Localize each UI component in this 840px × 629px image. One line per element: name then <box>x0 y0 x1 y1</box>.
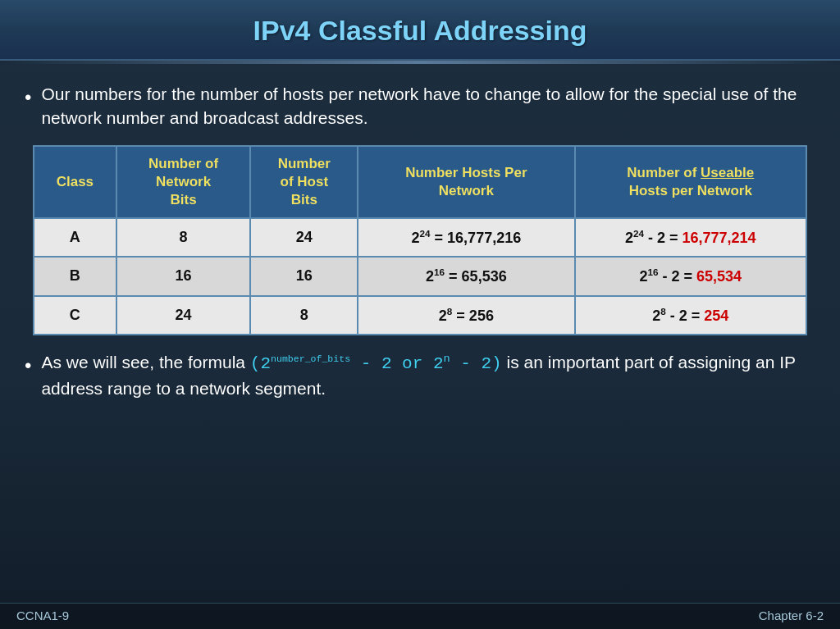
highlight-useable-b: 65,534 <box>696 268 742 285</box>
col-header-class: Class <box>34 146 116 218</box>
bullet-dot-2: • <box>25 352 31 380</box>
cell-useable-a: 224 - 2 = 16,777,214 <box>575 218 806 257</box>
title-bar: IPv4 Classful Addressing <box>0 0 840 61</box>
cell-host-bits-a: 24 <box>250 218 358 257</box>
highlight-useable-a: 16,777,214 <box>682 230 756 246</box>
cell-network-bits-a: 8 <box>116 218 251 257</box>
header-row: Class Number ofNetworkBits Numberof Host… <box>34 146 806 218</box>
cell-host-bits-b: 16 <box>250 257 358 295</box>
slide-title: IPv4 Classful Addressing <box>25 15 815 47</box>
bullet-text-1: Our numbers for the number of hosts per … <box>41 82 815 130</box>
bullet-dot-1: • <box>25 84 31 112</box>
slide-footer: CCNA1-9 Chapter 6-2 <box>0 603 840 629</box>
cell-class-b: B <box>34 257 116 295</box>
cell-hosts-b: 216 = 65,536 <box>358 257 574 295</box>
cell-hosts-c: 28 = 256 <box>358 296 574 335</box>
slide: IPv4 Classful Addressing • Our numbers f… <box>0 0 840 629</box>
bullet-item-1: • Our numbers for the number of hosts pe… <box>25 82 815 130</box>
cell-useable-c: 28 - 2 = 254 <box>575 296 806 335</box>
classful-table-container: Class Number ofNetworkBits Numberof Host… <box>33 145 807 335</box>
table-row-c: C 24 8 28 = 256 28 - 2 = 254 <box>34 296 806 335</box>
table-body: A 8 24 224 = 16,777,216 224 - 2 = 16,777… <box>34 218 806 335</box>
cell-class-c: C <box>34 296 116 335</box>
col-header-host-bits: Numberof HostBits <box>250 146 358 218</box>
classful-table: Class Number ofNetworkBits Numberof Host… <box>33 145 807 335</box>
col-header-network-bits: Number ofNetworkBits <box>116 146 251 218</box>
cell-hosts-a: 224 = 16,777,216 <box>358 218 574 257</box>
bullet-text-2: As we will see, the formula (2number_of_… <box>41 350 815 400</box>
col-header-useable-hosts: Number of UseableHosts per Network <box>575 146 806 218</box>
cell-useable-b: 216 - 2 = 65,534 <box>575 257 806 295</box>
col-header-hosts-per-network: Number Hosts PerNetwork <box>358 146 574 218</box>
bullet-item-2: • As we will see, the formula (2number_o… <box>25 350 815 400</box>
slide-content: • Our numbers for the number of hosts pe… <box>0 64 840 603</box>
table-header: Class Number ofNetworkBits Numberof Host… <box>34 146 806 218</box>
footer-left: CCNA1-9 <box>16 608 69 622</box>
table-row-a: A 8 24 224 = 16,777,216 224 - 2 = 16,777… <box>34 218 806 257</box>
cell-network-bits-b: 16 <box>116 257 251 295</box>
cell-host-bits-c: 8 <box>250 296 358 335</box>
footer-right: Chapter 6-2 <box>759 608 824 622</box>
cell-class-a: A <box>34 218 116 257</box>
formula-span: (2number_of_bits - 2 or 2n - 2) <box>250 354 502 373</box>
table-row-b: B 16 16 216 = 65,536 216 - 2 = 65,534 <box>34 257 806 295</box>
cell-network-bits-c: 24 <box>116 296 251 335</box>
highlight-useable-c: 254 <box>704 308 728 324</box>
